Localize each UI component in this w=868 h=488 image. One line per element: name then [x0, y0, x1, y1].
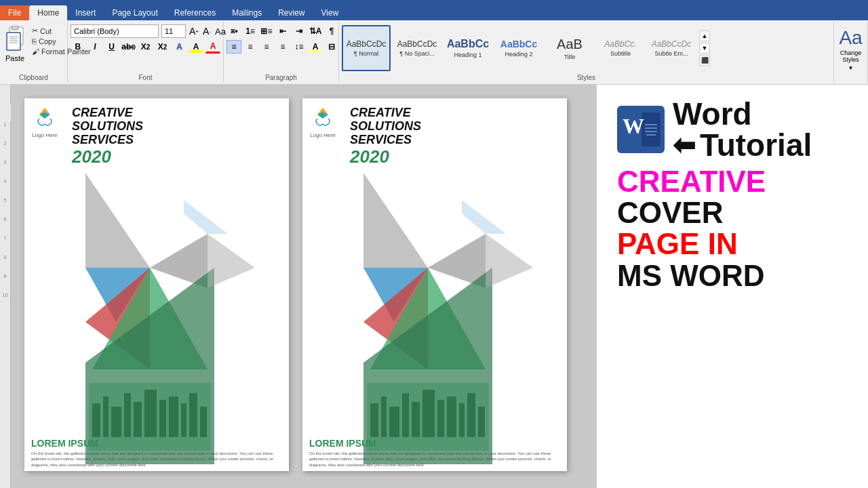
styles-more[interactable]: ⬛	[699, 55, 710, 66]
styles-row: AaBbCcDc ¶ Normal AaBbCcDc ¶ No Spaci...…	[342, 24, 710, 72]
svg-rect-15	[103, 396, 108, 437]
subscript-button[interactable]: X2	[138, 40, 153, 54]
style-subtle-em[interactable]: AaBbCcDc Subtle Em...	[647, 25, 696, 71]
svg-marker-26	[184, 200, 228, 234]
svg-rect-16	[111, 407, 121, 437]
style-subem-preview: AaBbCcDc	[652, 39, 692, 49]
style-heading2[interactable]: AaBbCc Heading 2	[494, 25, 543, 71]
styles-scroll: ▲ ▼ ⬛	[699, 30, 710, 66]
styles-scroll-up[interactable]: ▲	[699, 30, 710, 41]
align-left-button[interactable]: ≡	[226, 40, 241, 54]
style-no-spacing[interactable]: AaBbCcDc ¶ No Spaci...	[393, 25, 441, 71]
tab-references[interactable]: References	[166, 5, 224, 20]
copy-icon: ⎘	[32, 37, 37, 45]
tab-page-layout[interactable]: Page Layout	[104, 5, 165, 20]
tab-mailings[interactable]: Mailings	[224, 5, 270, 20]
bullets-button[interactable]: ≡•	[226, 24, 241, 38]
numbering-button[interactable]: 1≡	[243, 24, 258, 38]
style-nospacing-preview: AaBbCcDc	[397, 39, 437, 49]
paragraph-section: ≡• 1≡ ⊞≡ ⇤ ⇥ ⇅A ¶ ≡ ≡ ≡ ≡ ↕≡ A ⊟ Paragra…	[224, 22, 339, 83]
tab-file[interactable]: File	[0, 5, 29, 20]
style-subtitle-preview: AaBbCc.	[604, 39, 636, 49]
svg-marker-49	[462, 200, 506, 234]
align-right-button[interactable]: ≡	[259, 40, 274, 54]
ruler-mark-10: 10	[0, 292, 10, 311]
multilevel-list-button[interactable]: ⊞≡	[259, 24, 274, 38]
change-styles-section: Aa Change Styles ▼	[834, 22, 868, 83]
word-icon-container: W	[617, 106, 665, 153]
tutorial-tutorial-label: Tutorial	[700, 129, 812, 161]
font-size-decrease-button[interactable]: A-	[202, 25, 212, 37]
doc-page-2: Logo Here CREATIVE SOLUTIONS SERVICES 20…	[302, 98, 567, 471]
text-effects-button[interactable]: A	[172, 40, 186, 54]
page2-bottom: LOREM IPSUM On the Insert tab, the galle…	[309, 438, 560, 468]
align-center-button[interactable]: ≡	[243, 40, 258, 54]
font-size-increase-button[interactable]: A+	[189, 25, 199, 37]
paste-button[interactable]: Paste	[3, 24, 27, 62]
font-size-input[interactable]	[161, 24, 186, 38]
format-painter-icon: 🖌	[32, 47, 39, 56]
page2-logo-text: Logo Here	[310, 132, 335, 138]
styles-scroll-down[interactable]: ▼	[699, 43, 710, 54]
para-row2: ≡ ≡ ≡ ≡ ↕≡ A ⊟	[226, 40, 339, 54]
page1-lorem-body: On the Insert tab, the galleries include…	[31, 451, 282, 468]
svg-rect-46	[467, 393, 475, 437]
sort-button[interactable]: ⇅A	[308, 24, 323, 38]
italic-button[interactable]: I	[87, 40, 102, 54]
tab-review[interactable]: Review	[270, 5, 313, 20]
change-styles-label: Change Styles	[835, 50, 866, 64]
word-w-label: W	[623, 114, 644, 139]
style-subtitle[interactable]: AaBbCc. Subtitle	[596, 25, 645, 71]
bold-button[interactable]: B	[71, 40, 85, 54]
svg-rect-14	[92, 403, 100, 437]
style-h2-preview: AaBbCc	[500, 39, 537, 49]
tab-view[interactable]: View	[313, 5, 347, 20]
increase-indent-button[interactable]: ⇥	[292, 24, 307, 38]
style-normal[interactable]: AaBbCcDc ¶ Normal	[342, 25, 391, 71]
doc-page-1: Logo Here CREATIVE SOLUTIONS SERVICES 20…	[24, 98, 289, 471]
page1-title-line1: CREATIVE SOLUTIONS SERVICES	[72, 106, 282, 146]
para-row1: ≡• 1≡ ⊞≡ ⇤ ⇥ ⇅A ¶	[226, 24, 339, 38]
svg-marker-48	[486, 234, 533, 288]
shading-button[interactable]: A	[308, 40, 323, 54]
justify-button[interactable]: ≡	[275, 40, 290, 54]
tab-home[interactable]: Home	[29, 5, 67, 20]
svg-rect-39	[389, 407, 399, 437]
page1-logo-text: Logo Here	[32, 132, 57, 138]
page2-title-lines: CREATIVE SOLUTIONS SERVICES	[350, 106, 560, 146]
style-h1-preview: AaBbCc	[447, 38, 489, 50]
borders-button[interactable]: ⊟	[324, 40, 339, 54]
highlight-button[interactable]: A	[189, 40, 203, 54]
style-title[interactable]: AaB Title	[545, 25, 594, 71]
superscript-button[interactable]: X2	[155, 40, 170, 54]
page1-lorem-title: LOREM IPSUM	[31, 438, 282, 449]
page1-bottom: LOREM IPSUM On the Insert tab, the galle…	[31, 438, 282, 468]
font-name-input[interactable]	[71, 24, 159, 38]
line-spacing-button[interactable]: ↕≡	[292, 40, 307, 54]
ruler-mark-9: 9	[0, 273, 10, 292]
decrease-indent-button[interactable]: ⇤	[275, 24, 290, 38]
font-label: Font	[68, 74, 223, 81]
style-subtitle-label: Subtitle	[610, 50, 631, 57]
style-h1-label: Heading 1	[454, 52, 481, 58]
underline-button[interactable]: U	[104, 40, 119, 54]
tutorial-word-label: Word	[673, 98, 812, 129]
show-hide-button[interactable]: ¶	[324, 24, 339, 38]
style-nospacing-label: ¶ No Spaci...	[399, 50, 434, 57]
ruler-mark-2: 2	[0, 140, 10, 159]
change-styles-button[interactable]: Aa Change Styles ▼	[835, 24, 866, 71]
font-row1: A+ A- Aa ⨯	[71, 24, 220, 38]
ruler-mark-4: 4	[0, 178, 10, 197]
style-title-preview: AaB	[557, 37, 583, 52]
font-color-button[interactable]: A	[205, 40, 220, 54]
svg-rect-40	[402, 393, 409, 437]
tutorial-title-block: Word ⬅ Tutorial	[673, 98, 812, 161]
tab-insert[interactable]: Insert	[67, 5, 104, 20]
svg-rect-42	[422, 390, 435, 437]
word-icon-bg: W	[617, 106, 665, 153]
clipboard-section: Paste ✂ Cut ⎘ Copy 🖌 Format Painter Clip…	[0, 22, 68, 83]
style-heading1[interactable]: AaBbCc Heading 1	[443, 25, 492, 71]
page1-title: CREATIVE SOLUTIONS SERVICES 2020	[72, 106, 282, 167]
svg-rect-43	[437, 400, 444, 437]
strikethrough-button[interactable]: abc	[121, 40, 136, 54]
